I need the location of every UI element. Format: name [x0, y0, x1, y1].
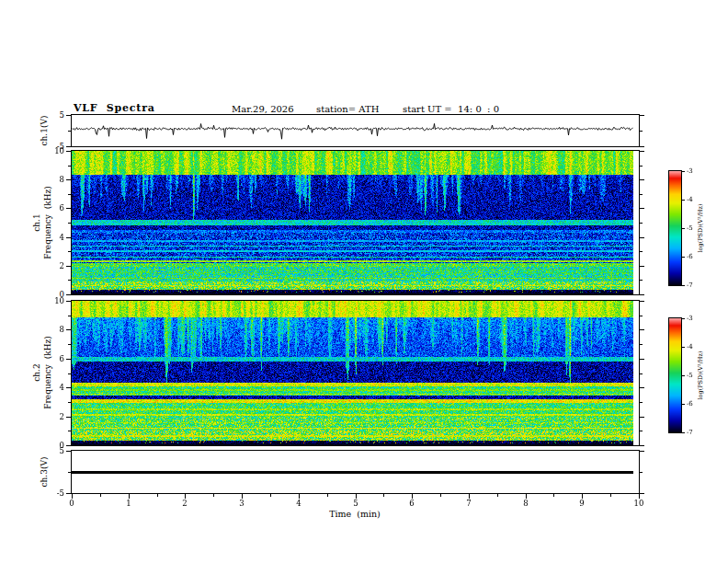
tick-mark: [68, 223, 71, 224]
x-tick-label: 5: [347, 500, 365, 508]
tick-mark: [66, 301, 71, 302]
tick-mark: [66, 115, 71, 116]
tick-mark: [640, 329, 644, 330]
tick-mark: [383, 494, 384, 497]
ch2-axis-unit: Frequency (kHz): [43, 336, 52, 408]
tick-mark: [640, 146, 644, 147]
tick-mark: [640, 445, 644, 446]
tick-mark: [682, 318, 685, 319]
colorbar-ch2: [668, 317, 682, 433]
tick-mark: [68, 316, 71, 316]
x-tick-label: 0: [63, 500, 81, 508]
tick-mark: [640, 131, 643, 132]
y-tick-label: 2: [46, 413, 64, 421]
tick-mark: [497, 494, 498, 497]
y-tick-label: 10: [46, 147, 64, 155]
tick-mark: [640, 237, 644, 238]
ch1-frequency-axis-label: ch.1Frequency (kHz): [32, 186, 53, 259]
tick-mark: [640, 344, 643, 345]
tick-mark: [640, 472, 643, 473]
time-axis-label: Time (min): [309, 509, 401, 519]
tick-mark: [553, 494, 554, 497]
ch2-axis-channel: ch.2: [32, 363, 41, 381]
y-tick-label: 6: [46, 204, 64, 213]
tick-mark: [682, 285, 685, 286]
ch1-axis-channel: ch.1: [32, 213, 41, 231]
tick-mark: [640, 451, 644, 452]
tick-mark: [66, 237, 71, 238]
plot-date: Mar.29, 2026: [232, 104, 294, 114]
ch1-waveform-plot: [71, 114, 640, 147]
y-tick-label: 4: [46, 384, 64, 392]
tick-mark: [682, 347, 685, 348]
x-tick-label: 9: [573, 500, 591, 508]
y-tick-label: 8: [46, 326, 64, 334]
x-tick-label: 4: [290, 500, 308, 508]
tick-mark: [640, 402, 643, 403]
tick-mark: [682, 404, 685, 405]
tick-mark: [640, 387, 644, 388]
tick-mark: [157, 494, 158, 497]
tick-mark: [640, 223, 643, 224]
tick-mark: [640, 251, 643, 252]
ch2-frequency-axis-label: ch.2Frequency (kHz): [32, 336, 53, 408]
station-label: station= ATH: [316, 104, 379, 114]
vlf-spectra-plot-page: VLF Spectra Mar.29, 2026 station= ATH st…: [0, 0, 728, 563]
tick-mark: [640, 417, 644, 418]
ch1-spectrogram: [71, 150, 640, 295]
x-tick-label: 6: [403, 500, 421, 508]
plot-title: VLF Spectra: [74, 102, 155, 114]
tick-mark: [640, 166, 643, 167]
tick-mark: [66, 359, 71, 360]
x-tick-label: 7: [460, 500, 478, 508]
ch3-voltage-axis-label: ch.3(V): [40, 457, 51, 488]
colorbar-tick-label: -7: [687, 430, 701, 436]
colorbar-tick-label: -5: [687, 225, 701, 232]
tick-mark: [682, 171, 685, 172]
tick-mark: [66, 451, 71, 452]
ch1-axis-unit: Frequency (kHz): [43, 186, 52, 259]
tick-mark: [440, 494, 441, 497]
colorbar-tick-label: -4: [687, 344, 701, 350]
ch1-voltage-axis-label: ch.1(V): [40, 116, 51, 146]
tick-mark: [682, 200, 685, 201]
ch3-waveform-plot: [71, 450, 640, 494]
x-tick-label: 3: [233, 500, 251, 508]
tick-mark: [68, 373, 71, 374]
y-tick-label: 5: [46, 111, 64, 120]
tick-mark: [66, 146, 71, 147]
tick-mark: [640, 301, 644, 302]
colorbar-tick-label: -6: [687, 401, 701, 408]
tick-mark: [100, 494, 101, 497]
tick-mark: [66, 151, 71, 152]
x-tick-label: 1: [119, 500, 138, 508]
tick-mark: [68, 166, 71, 167]
colorbar-tick-label: -7: [687, 282, 701, 289]
tick-mark: [640, 316, 643, 316]
y-tick-label: 10: [46, 297, 64, 305]
tick-mark: [640, 280, 643, 281]
colorbar-tick-label: -5: [687, 373, 701, 379]
tick-mark: [327, 494, 328, 497]
colorbar-tick-label: -6: [687, 254, 701, 260]
tick-mark: [640, 208, 644, 209]
tick-mark: [68, 131, 71, 132]
tick-mark: [640, 373, 643, 374]
y-tick-label: -5: [46, 489, 64, 498]
tick-mark: [66, 445, 71, 446]
tick-mark: [640, 151, 644, 152]
colorbar-tick-label: -4: [687, 197, 701, 203]
tick-mark: [640, 359, 644, 360]
tick-mark: [66, 294, 71, 295]
y-tick-label: 6: [46, 355, 64, 363]
x-tick-label: 10: [630, 500, 648, 508]
tick-mark: [66, 493, 71, 494]
y-tick-label: 2: [46, 262, 64, 270]
tick-mark: [682, 375, 685, 376]
tick-mark: [640, 115, 644, 116]
tick-mark: [68, 472, 71, 473]
tick-mark: [640, 194, 643, 195]
tick-mark: [640, 294, 644, 295]
tick-mark: [66, 329, 71, 330]
tick-mark: [640, 179, 644, 180]
